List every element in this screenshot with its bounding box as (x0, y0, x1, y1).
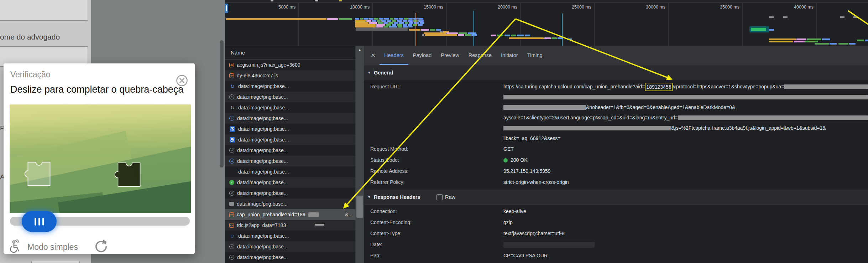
timeline-tick-label: 40000 ms (794, 5, 814, 10)
access-gray-icon: ♿ (229, 126, 235, 132)
page-scrollbar[interactable] (220, 40, 224, 167)
network-request-row[interactable]: ⇄data:image/png;base... (225, 156, 355, 166)
network-request-row[interactable]: ✕data:image/png;base... (225, 252, 355, 263)
waterfall-bar (567, 38, 572, 40)
waterfall-bar (403, 20, 407, 22)
waterfall-bar (857, 40, 864, 41)
network-request-row[interactable]: ?data:image/png;base... (225, 92, 355, 102)
captcha-slider-handle[interactable] (22, 211, 57, 232)
request-name-label: data:image/png;base... (237, 158, 288, 164)
tab-response[interactable]: Response (464, 46, 496, 65)
waterfall-bar (769, 38, 796, 40)
header-name: P3p: (370, 250, 503, 261)
tab-payload[interactable]: Payload (408, 46, 436, 65)
header-value: gzip (503, 217, 868, 228)
swap-blue-icon: ⇄ (229, 159, 234, 164)
waterfall-bar (769, 41, 793, 42)
waterfall-bar (458, 34, 464, 36)
network-request-row[interactable]: ♿data:image/png;base... (225, 124, 355, 134)
redacted-url-segment (784, 84, 868, 89)
waterfall-bar (805, 41, 818, 42)
header-name: Pragma: (370, 261, 503, 263)
network-request-row[interactable]: ☺data:image/png;base... (225, 231, 355, 241)
timeline-selection-grip[interactable] (225, 4, 228, 13)
captcha-title: Verificação (10, 70, 51, 79)
timeline-tick-label: 20000 ms (498, 5, 517, 10)
refresh-icon[interactable] (93, 239, 108, 255)
timeline-gridline (446, 3, 446, 46)
waterfall-bar (418, 18, 423, 20)
section-general-title: General (374, 70, 393, 76)
x-gray-icon: ✕ (229, 255, 234, 260)
header-name: Date: (370, 239, 503, 250)
timeline-event-marker (474, 11, 474, 46)
header-value: keep-alive (503, 206, 868, 217)
network-list-scrollbar[interactable]: ▲ (356, 46, 364, 263)
network-request-row[interactable]: ⇄data:image/png;base... (225, 145, 355, 156)
status-ok-icon (503, 158, 508, 163)
none-icon (229, 169, 235, 175)
form-input-top[interactable] (0, 0, 88, 21)
raw-checkbox-label: Raw (445, 194, 455, 200)
network-request-row[interactable]: ?data:image/png;base... (225, 113, 355, 124)
access-blue-icon: ♿ (229, 137, 235, 143)
waterfall-bar (408, 18, 413, 20)
network-request-row[interactable]: ✕data:image/png;base... (225, 241, 355, 252)
swap-gray-icon: ⇄ (229, 148, 234, 153)
waterfall-bar (339, 18, 352, 20)
network-request-row[interactable]: ✓data:image/png;base... (225, 177, 355, 188)
network-column-header[interactable]: Name (225, 46, 355, 60)
request-method-row: Request Method: GET (370, 144, 868, 155)
waterfall-bar (360, 18, 363, 20)
request-url-label: Request URL: (370, 82, 503, 144)
waterfall-bar (390, 18, 393, 20)
remote-address-value: 95.217.150.143:5959 (503, 166, 868, 177)
raw-checkbox[interactable] (436, 194, 443, 200)
network-request-row[interactable]: <>cap_union_prehandle?aid=189&... (225, 209, 355, 220)
network-request-row[interactable]: ♿data:image/png;base... (225, 134, 355, 145)
network-request-row[interactable]: data:image/png;base... (225, 166, 355, 177)
network-request-row[interactable]: <>aegis.min.js?max_age=3600 (225, 60, 355, 70)
waterfall-bar (525, 35, 530, 36)
close-details-icon[interactable]: ✕ (367, 46, 380, 65)
waterfall-bar (865, 40, 868, 41)
tab-headers[interactable]: Headers (380, 46, 408, 65)
waterfall-bar (511, 35, 516, 36)
tab-initiator[interactable]: Initiator (496, 46, 523, 65)
request-name-label: cap_union_prehandle?aid=189 (237, 212, 305, 217)
simple-mode-link[interactable]: Modo simples (27, 242, 78, 252)
waterfall-bar (366, 20, 371, 22)
timeline-overview[interactable]: 5000 ms10000 ms15000 ms20000 ms25000 ms3… (225, 0, 868, 46)
request-name-label: data:image/png;base... (237, 201, 287, 207)
screenshot-root: ome do advogado PF AI Verificação Desliz… (0, 0, 868, 263)
devtools-panel: 5000 ms10000 ms15000 ms20000 ms25000 ms3… (225, 0, 868, 263)
network-request-row[interactable]: <>tdc.js?app_data=7183 (225, 220, 355, 231)
request-method-value: GET (503, 144, 868, 155)
network-request-row[interactable]: ↻data:image/png;base... (225, 102, 355, 113)
network-request-row[interactable]: ✕data:image/png;base... (225, 188, 355, 198)
network-request-row[interactable]: <>dy-ele.436cc2c7.js (225, 70, 355, 81)
waterfall-bar (226, 18, 326, 20)
request-name-label: data:image/png;base... (238, 233, 289, 239)
waterfall-bar (551, 37, 557, 39)
network-request-row[interactable]: ↻data:image/png;base... (225, 81, 355, 92)
tab-timing[interactable]: Timing (523, 46, 547, 65)
scrollbar-thumb[interactable] (356, 196, 363, 218)
request-name-label: data:image/png;base... (238, 137, 289, 143)
section-response-headers[interactable]: ▼ Response Headers Raw (364, 190, 868, 205)
request-url-row: Request URL: https://ca.turing.captcha.q… (370, 82, 868, 144)
waterfall-bar (838, 43, 848, 45)
waterfall-bar (397, 20, 402, 22)
tab-preview[interactable]: Preview (436, 46, 464, 65)
redacted-url-segment (503, 105, 586, 110)
waterfall-bar (436, 29, 441, 31)
request-name-label: data:image/png;base... (237, 115, 288, 121)
section-general[interactable]: ▼ General (364, 65, 868, 80)
network-request-row[interactable]: data:image/png;base... (225, 198, 355, 209)
request-name-label: data:image/png;base... (237, 94, 288, 100)
captcha-instruction: Deslize para completar o quebra-cabeça (10, 84, 183, 95)
puzzle-piece-slider[interactable] (25, 162, 51, 186)
accessibility-icon[interactable] (9, 239, 23, 255)
scrollbar-up-icon[interactable]: ▲ (356, 46, 364, 54)
disclosure-triangle-icon: ▼ (367, 195, 371, 199)
